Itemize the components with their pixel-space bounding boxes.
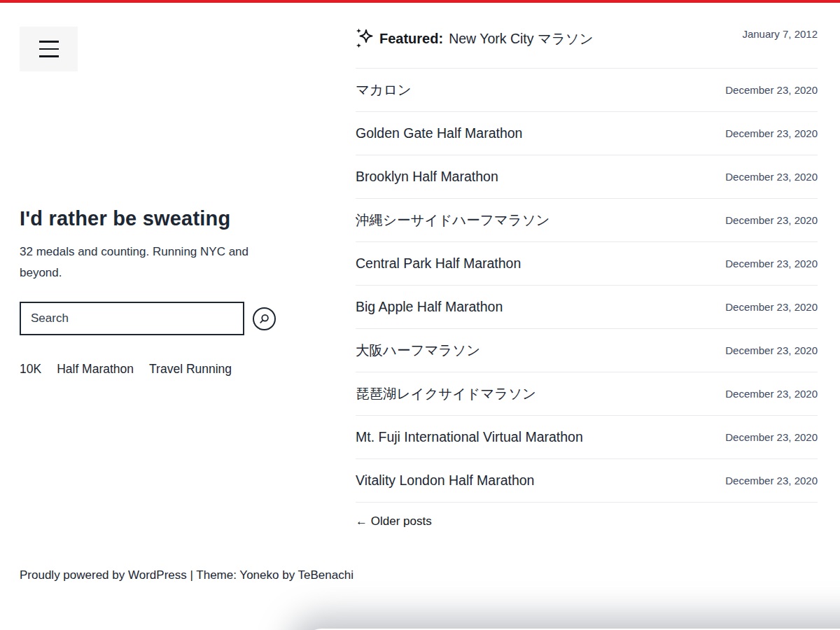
- post-date: December 23, 2020: [711, 84, 818, 96]
- theme-author-link[interactable]: TeBenachi: [298, 568, 354, 582]
- post-row[interactable]: Central Park Half Marathon December 23, …: [356, 242, 818, 286]
- featured-label: Featured:: [379, 31, 443, 47]
- search-form: [20, 302, 276, 335]
- post-title: Big Apple Half Marathon: [356, 299, 503, 315]
- footer-powered-text: Proudly powered by: [20, 568, 128, 582]
- hamburger-icon: [39, 41, 59, 57]
- post-title: Golden Gate Half Marathon: [356, 125, 522, 141]
- category-link-travel-running[interactable]: Travel Running: [149, 362, 232, 377]
- category-link-10k[interactable]: 10K: [20, 362, 41, 377]
- post-title: Vitality London Half Marathon: [356, 472, 534, 489]
- post-date: December 23, 2020: [711, 214, 818, 226]
- post-title: 大阪ハーフマラソン: [356, 341, 480, 360]
- site-tagline: 32 medals and counting. Running NYC and …: [20, 241, 265, 284]
- category-links: 10K Half Marathon Travel Running: [20, 362, 276, 377]
- post-date: December 23, 2020: [711, 127, 818, 139]
- magnifier-icon: [259, 314, 270, 324]
- top-accent-bar: [0, 0, 840, 3]
- post-row[interactable]: Mt. Fuji International Virtual Marathon …: [356, 416, 818, 459]
- post-date: December 23, 2020: [711, 301, 818, 313]
- featured-post-row[interactable]: Featured: New York City マラソン January 7, …: [356, 28, 818, 69]
- post-title: 琵琶湖レイクサイドマラソン: [356, 384, 536, 403]
- menu-button[interactable]: [20, 27, 78, 71]
- post-row[interactable]: Big Apple Half Marathon December 23, 202…: [356, 286, 818, 329]
- site-title: I'd rather be sweating: [20, 207, 276, 230]
- footer-theme-text: | Theme: Yoneko by: [187, 568, 298, 582]
- post-date: December 23, 2020: [711, 431, 818, 443]
- sidebar: I'd rather be sweating 32 medals and cou…: [20, 207, 276, 377]
- post-row[interactable]: Brooklyn Half Marathon December 23, 2020: [356, 155, 818, 199]
- category-link-half-marathon[interactable]: Half Marathon: [57, 362, 134, 377]
- site-footer: Proudly powered by WordPress | Theme: Yo…: [20, 568, 354, 582]
- post-title: マカロン: [356, 80, 412, 99]
- featured-post-date: January 7, 2012: [728, 28, 818, 40]
- post-title: Mt. Fuji International Virtual Marathon: [356, 429, 583, 445]
- post-row[interactable]: マカロン December 23, 2020: [356, 69, 818, 112]
- search-input[interactable]: [20, 302, 244, 335]
- posts-list: Featured: New York City マラソン January 7, …: [356, 28, 818, 528]
- post-date: December 23, 2020: [711, 344, 818, 356]
- featured-post-title: New York City マラソン: [449, 29, 594, 48]
- search-submit-button[interactable]: [253, 307, 276, 330]
- post-row[interactable]: 沖縄シーサイドハーフマラソン December 23, 2020: [356, 199, 818, 242]
- post-title: Brooklyn Half Marathon: [356, 169, 498, 185]
- post-row[interactable]: 大阪ハーフマラソン December 23, 2020: [356, 329, 818, 372]
- post-date: December 23, 2020: [711, 171, 818, 183]
- post-row[interactable]: Vitality London Half Marathon December 2…: [356, 459, 818, 503]
- post-date: December 23, 2020: [711, 475, 818, 486]
- post-date: December 23, 2020: [711, 388, 818, 400]
- post-row[interactable]: Golden Gate Half Marathon December 23, 2…: [356, 112, 818, 155]
- post-row[interactable]: 琵琶湖レイクサイドマラソン December 23, 2020: [356, 372, 818, 416]
- post-date: December 23, 2020: [711, 258, 818, 270]
- post-title: Central Park Half Marathon: [356, 255, 521, 272]
- sparkles-icon: [356, 28, 374, 49]
- wordpress-link[interactable]: WordPress: [128, 568, 187, 582]
- post-title: 沖縄シーサイドハーフマラソン: [356, 211, 550, 230]
- page: I'd rather be sweating 32 medals and cou…: [0, 0, 840, 630]
- older-posts-link[interactable]: ← Older posts: [356, 514, 432, 528]
